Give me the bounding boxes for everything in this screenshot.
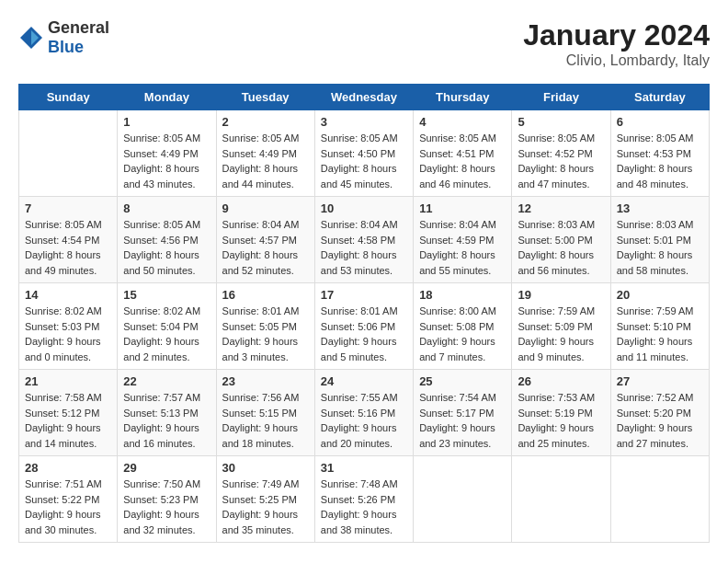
calendar-cell: 19Sunrise: 7:59 AMSunset: 5:09 PMDayligh… [512, 283, 610, 370]
day-number: 27 [617, 374, 703, 388]
day-number: 9 [222, 201, 309, 215]
calendar-cell: 15Sunrise: 8:02 AMSunset: 5:04 PMDayligh… [118, 283, 216, 370]
day-info: Sunrise: 8:05 AMSunset: 4:54 PMDaylight:… [25, 217, 111, 278]
day-number: 23 [222, 374, 309, 388]
calendar-cell [414, 456, 512, 543]
calendar-cell: 25Sunrise: 7:54 AMSunset: 5:17 PMDayligh… [414, 370, 512, 456]
calendar-week-row: 1Sunrise: 8:05 AMSunset: 4:49 PMDaylight… [19, 110, 710, 197]
title-block: January 2024 Clivio, Lombardy, Italy [523, 18, 710, 69]
day-info: Sunrise: 8:05 AMSunset: 4:52 PMDaylight:… [518, 131, 604, 191]
day-info: Sunrise: 7:51 AMSunset: 5:22 PMDaylight:… [25, 477, 111, 537]
day-number: 19 [518, 288, 604, 302]
day-number: 2 [222, 115, 309, 129]
day-number: 28 [25, 461, 111, 475]
day-number: 7 [25, 201, 111, 215]
calendar-cell [610, 456, 709, 543]
day-number: 6 [617, 115, 703, 129]
calendar-cell: 9Sunrise: 8:04 AMSunset: 4:57 PMDaylight… [216, 197, 314, 283]
day-info: Sunrise: 7:50 AMSunset: 5:23 PMDaylight:… [123, 477, 210, 537]
day-number: 22 [123, 374, 210, 388]
day-number: 5 [518, 115, 604, 129]
day-number: 14 [25, 288, 111, 302]
day-number: 30 [222, 461, 309, 475]
calendar-cell: 11Sunrise: 8:04 AMSunset: 4:59 PMDayligh… [414, 197, 512, 283]
calendar-cell [512, 456, 610, 543]
day-info: Sunrise: 8:02 AMSunset: 5:04 PMDaylight:… [123, 304, 210, 364]
day-number: 26 [518, 374, 604, 388]
day-info: Sunrise: 8:05 AMSunset: 4:49 PMDaylight:… [222, 131, 309, 191]
day-info: Sunrise: 8:01 AMSunset: 5:05 PMDaylight:… [222, 304, 309, 364]
day-info: Sunrise: 7:54 AMSunset: 5:17 PMDaylight:… [419, 390, 506, 451]
calendar-cell: 10Sunrise: 8:04 AMSunset: 4:58 PMDayligh… [314, 197, 413, 283]
day-number: 1 [123, 115, 210, 129]
calendar-table: SundayMondayTuesdayWednesdayThursdayFrid… [18, 84, 710, 543]
day-number: 25 [419, 374, 506, 388]
day-info: Sunrise: 8:05 AMSunset: 4:56 PMDaylight:… [123, 217, 210, 278]
day-number: 21 [25, 374, 111, 388]
day-number: 15 [123, 288, 210, 302]
day-number: 3 [321, 115, 407, 129]
day-info: Sunrise: 8:04 AMSunset: 4:58 PMDaylight:… [321, 217, 407, 278]
day-info: Sunrise: 7:58 AMSunset: 5:12 PMDaylight:… [25, 390, 111, 451]
calendar-week-row: 7Sunrise: 8:05 AMSunset: 4:54 PMDaylight… [19, 197, 710, 283]
calendar-cell: 5Sunrise: 8:05 AMSunset: 4:52 PMDaylight… [512, 110, 610, 197]
calendar-cell: 30Sunrise: 7:49 AMSunset: 5:25 PMDayligh… [216, 456, 314, 543]
month-title: January 2024 [523, 18, 710, 52]
day-info: Sunrise: 8:01 AMSunset: 5:06 PMDaylight:… [321, 304, 407, 364]
day-number: 31 [321, 461, 407, 475]
calendar-cell: 6Sunrise: 8:05 AMSunset: 4:53 PMDaylight… [610, 110, 709, 197]
day-number: 11 [419, 201, 506, 215]
calendar-cell: 28Sunrise: 7:51 AMSunset: 5:22 PMDayligh… [19, 456, 118, 543]
calendar-cell: 21Sunrise: 7:58 AMSunset: 5:12 PMDayligh… [19, 370, 118, 456]
calendar-cell: 7Sunrise: 8:05 AMSunset: 4:54 PMDaylight… [19, 197, 118, 283]
day-number: 8 [123, 201, 210, 215]
calendar-week-row: 21Sunrise: 7:58 AMSunset: 5:12 PMDayligh… [19, 370, 710, 456]
day-info: Sunrise: 8:05 AMSunset: 4:53 PMDaylight:… [617, 131, 703, 191]
calendar-cell: 3Sunrise: 8:05 AMSunset: 4:50 PMDaylight… [314, 110, 413, 197]
logo-general: General [48, 18, 109, 37]
calendar-header-wednesday: Wednesday [314, 85, 413, 110]
logo: General Blue [18, 18, 109, 57]
calendar-cell: 8Sunrise: 8:05 AMSunset: 4:56 PMDaylight… [118, 197, 216, 283]
calendar-header-tuesday: Tuesday [216, 85, 314, 110]
logo-icon [18, 25, 44, 51]
calendar-header-thursday: Thursday [414, 85, 512, 110]
day-number: 13 [617, 201, 703, 215]
day-number: 29 [123, 461, 210, 475]
calendar-cell: 20Sunrise: 7:59 AMSunset: 5:10 PMDayligh… [610, 283, 709, 370]
calendar-cell: 31Sunrise: 7:48 AMSunset: 5:26 PMDayligh… [314, 456, 413, 543]
day-info: Sunrise: 8:04 AMSunset: 4:57 PMDaylight:… [222, 217, 309, 278]
calendar-cell: 29Sunrise: 7:50 AMSunset: 5:23 PMDayligh… [118, 456, 216, 543]
calendar-cell: 26Sunrise: 7:53 AMSunset: 5:19 PMDayligh… [512, 370, 610, 456]
logo-text: General Blue [48, 18, 109, 57]
calendar-header-friday: Friday [512, 85, 610, 110]
day-info: Sunrise: 7:48 AMSunset: 5:26 PMDaylight:… [321, 477, 407, 537]
day-info: Sunrise: 7:56 AMSunset: 5:15 PMDaylight:… [222, 390, 309, 451]
day-info: Sunrise: 7:59 AMSunset: 5:10 PMDaylight:… [617, 304, 703, 364]
day-info: Sunrise: 8:03 AMSunset: 5:01 PMDaylight:… [617, 217, 703, 278]
day-number: 17 [321, 288, 407, 302]
calendar-cell: 18Sunrise: 8:00 AMSunset: 5:08 PMDayligh… [414, 283, 512, 370]
calendar-cell: 1Sunrise: 8:05 AMSunset: 4:49 PMDaylight… [118, 110, 216, 197]
day-info: Sunrise: 7:52 AMSunset: 5:20 PMDaylight:… [617, 390, 703, 451]
calendar-cell: 24Sunrise: 7:55 AMSunset: 5:16 PMDayligh… [314, 370, 413, 456]
calendar-cell: 2Sunrise: 8:05 AMSunset: 4:49 PMDaylight… [216, 110, 314, 197]
calendar-cell: 14Sunrise: 8:02 AMSunset: 5:03 PMDayligh… [19, 283, 118, 370]
day-info: Sunrise: 7:55 AMSunset: 5:16 PMDaylight:… [321, 390, 407, 451]
day-info: Sunrise: 8:02 AMSunset: 5:03 PMDaylight:… [25, 304, 111, 364]
calendar-cell: 17Sunrise: 8:01 AMSunset: 5:06 PMDayligh… [314, 283, 413, 370]
day-info: Sunrise: 7:59 AMSunset: 5:09 PMDaylight:… [518, 304, 604, 364]
day-info: Sunrise: 7:53 AMSunset: 5:19 PMDaylight:… [518, 390, 604, 451]
calendar-week-row: 28Sunrise: 7:51 AMSunset: 5:22 PMDayligh… [19, 456, 710, 543]
day-number: 10 [321, 201, 407, 215]
calendar-header-sunday: Sunday [19, 85, 118, 110]
day-info: Sunrise: 8:00 AMSunset: 5:08 PMDaylight:… [419, 304, 506, 364]
calendar-cell: 12Sunrise: 8:03 AMSunset: 5:00 PMDayligh… [512, 197, 610, 283]
day-number: 16 [222, 288, 309, 302]
calendar-header-monday: Monday [118, 85, 216, 110]
day-info: Sunrise: 8:04 AMSunset: 4:59 PMDaylight:… [419, 217, 506, 278]
day-info: Sunrise: 8:05 AMSunset: 4:50 PMDaylight:… [321, 131, 407, 191]
day-number: 24 [321, 374, 407, 388]
calendar-cell: 13Sunrise: 8:03 AMSunset: 5:01 PMDayligh… [610, 197, 709, 283]
day-number: 12 [518, 201, 604, 215]
